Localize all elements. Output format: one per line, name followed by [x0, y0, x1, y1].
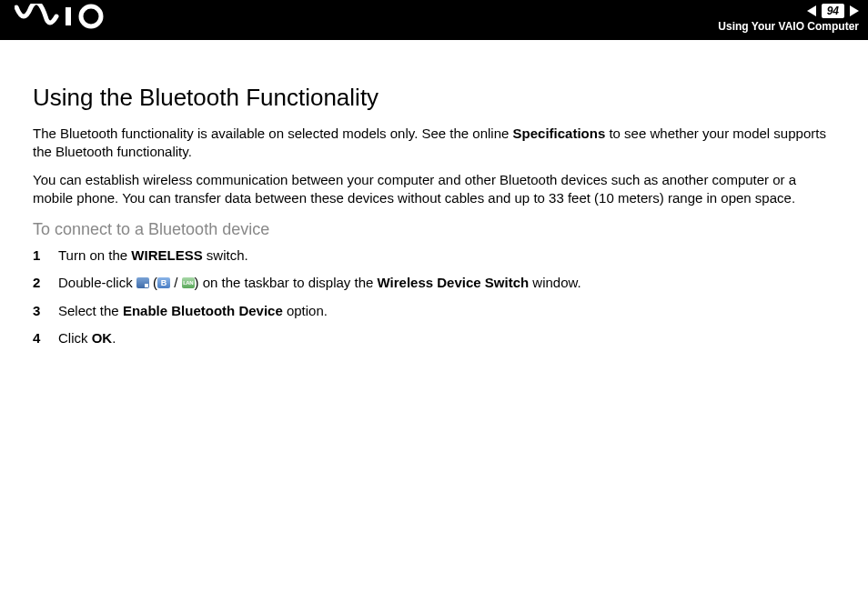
text: The Bluetooth functionality is available…	[33, 126, 513, 141]
header-right: 94 Using Your VAIO Computer	[718, 4, 859, 33]
steps-list: Turn on the WIRELESS switch. Double-clic…	[33, 246, 835, 347]
step-4: Click OK.	[33, 329, 835, 347]
text: )	[195, 275, 203, 290]
next-page-icon[interactable]	[850, 5, 859, 16]
page-number: 94	[822, 4, 844, 18]
text: Click	[58, 330, 92, 346]
lan-icon: LAN	[182, 277, 195, 288]
intro-paragraph-1: The Bluetooth functionality is available…	[33, 125, 835, 162]
svg-rect-0	[66, 7, 71, 25]
header-section-label: Using Your VAIO Computer	[718, 20, 859, 33]
text-bold: Wireless Device Switch	[378, 275, 530, 290]
text: (	[149, 275, 157, 290]
text: window.	[529, 275, 581, 290]
text: Double-click	[58, 275, 136, 290]
wireless-switch-icon	[136, 277, 149, 288]
step-3: Select the Enable Bluetooth Device optio…	[33, 302, 835, 320]
bluetooth-icon: B	[157, 277, 170, 288]
text: /	[170, 275, 182, 290]
text-bold: OK	[92, 330, 113, 346]
pager: 94	[807, 4, 859, 18]
step-2: Double-click (B / LAN) on the taskbar to…	[33, 274, 835, 292]
step-1: Turn on the WIRELESS switch.	[33, 246, 835, 265]
prev-page-icon[interactable]	[807, 5, 816, 16]
intro-paragraph-2: You can establish wireless communication…	[33, 171, 835, 208]
svg-point-1	[81, 6, 101, 26]
subheading: To connect to a Bluetooth device	[33, 220, 835, 239]
text: .	[112, 330, 116, 346]
vaio-logo	[15, 4, 115, 29]
page-title: Using the Bluetooth Functionality	[33, 84, 835, 112]
text: Turn on the	[58, 247, 131, 263]
page-content: Using the Bluetooth Functionality The Bl…	[0, 40, 868, 347]
header-bar: 94 Using Your VAIO Computer	[0, 0, 868, 40]
text-bold: Specifications	[513, 126, 606, 141]
text: switch.	[203, 247, 248, 263]
text: on the taskbar to display the	[203, 275, 378, 290]
text-bold: Enable Bluetooth Device	[123, 303, 283, 318]
text: Select the	[58, 303, 123, 318]
text: option.	[283, 303, 328, 318]
text-bold: WIRELESS	[131, 247, 202, 263]
